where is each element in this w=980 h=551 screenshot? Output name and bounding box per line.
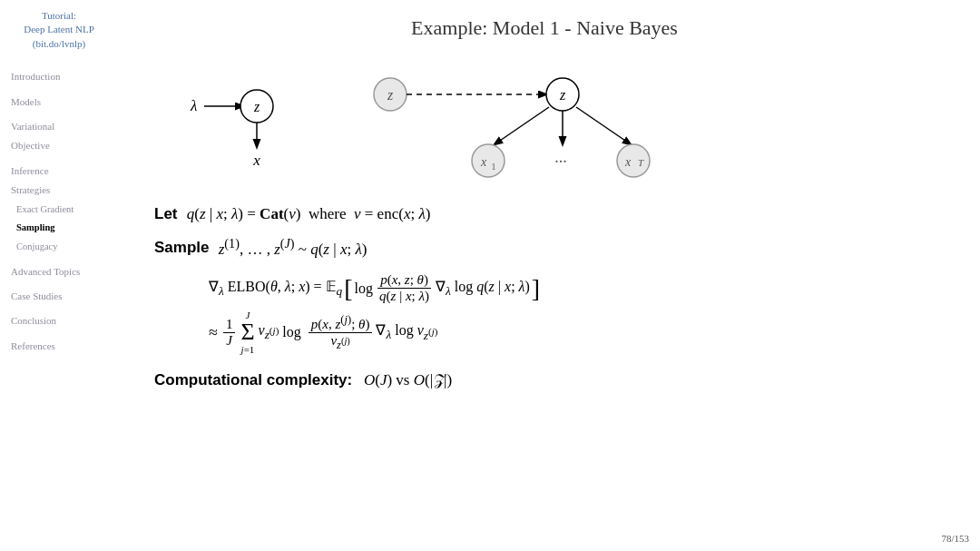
svg-text:z: z bbox=[253, 99, 260, 114]
svg-line-13 bbox=[576, 107, 631, 144]
main-content: Example: Model 1 - Naive Bayes λ z x bbox=[118, 0, 980, 551]
sidebar-item-introduction[interactable]: Introduction bbox=[7, 67, 111, 86]
elbo-eq1: ∇λ ELBO(θ, λ; x) = 𝔼q [ log p(x, z; θ) q… bbox=[209, 272, 953, 304]
page-number: 78/153 bbox=[941, 533, 969, 544]
svg-text:T: T bbox=[638, 157, 644, 168]
sidebar-item-inference[interactable]: Inference bbox=[7, 162, 111, 181]
sidebar-item-advanced-topics[interactable]: Advanced Topics bbox=[7, 262, 111, 281]
sidebar-item-exact-gradient[interactable]: Exact Gradient bbox=[7, 201, 111, 220]
sample-line: Sample z(1), … , z(J) ~ q(z | x; λ) bbox=[154, 233, 953, 261]
sidebar-item-sampling[interactable]: Sampling bbox=[7, 219, 111, 238]
math-section: Let q(z | x; λ) = Cat(ν) where ν = enc(x… bbox=[154, 202, 953, 261]
svg-line-11 bbox=[495, 107, 549, 144]
svg-text:z: z bbox=[387, 87, 394, 103]
sidebar-item-references[interactable]: References bbox=[7, 337, 111, 356]
complexity-math: O(J) vs O(|𝒵|) bbox=[356, 371, 452, 389]
sidebar-item-case-studies[interactable]: Case Studies bbox=[7, 287, 111, 306]
sidebar-item-variational[interactable]: Variational bbox=[7, 117, 111, 136]
sidebar-item-strategies[interactable]: Strategies bbox=[7, 181, 111, 200]
let-math: q(z | x; λ) = Cat(ν) where ν = enc(x; λ) bbox=[183, 202, 431, 226]
complexity-line: Computational complexity: O(J) vs O(|𝒵|) bbox=[154, 371, 953, 389]
svg-point-14 bbox=[472, 144, 505, 177]
sample-math: z(1), … , z(J) ~ q(z | x; λ) bbox=[214, 233, 367, 261]
fraction1: p(x, z; θ) q(z | x; λ) bbox=[377, 272, 432, 304]
slide-title: Example: Model 1 - Naive Bayes bbox=[136, 16, 953, 40]
svg-text:z: z bbox=[559, 87, 566, 103]
sum-symbol: J Σ j=1 bbox=[240, 310, 254, 355]
logo-line1: Tutorial: bbox=[42, 10, 76, 21]
elbo-approx: ≈ 1 J J Σ j=1 νz(j) log p(x, z(j); θ) νz… bbox=[209, 310, 953, 355]
svg-text:x: x bbox=[624, 155, 632, 169]
svg-text:···: ··· bbox=[554, 153, 567, 171]
svg-text:1: 1 bbox=[492, 162, 496, 172]
sidebar-item-models[interactable]: Models bbox=[7, 93, 111, 112]
svg-point-18 bbox=[617, 144, 650, 177]
sidebar-logo: Tutorial: Deep Latent NLP (bit.do/lvnlp) bbox=[7, 9, 111, 51]
diagram-area: λ z x bbox=[163, 58, 953, 185]
logo-line2: Deep Latent NLP bbox=[24, 24, 94, 34]
svg-text:x: x bbox=[480, 155, 487, 169]
left-diagram: λ z x bbox=[163, 58, 354, 176]
logo-line3: (bit.do/lvnlp) bbox=[33, 38, 85, 49]
right-diagram: z z x 1 ··· x T bbox=[354, 58, 681, 185]
sidebar: Tutorial: Deep Latent NLP (bit.do/lvnlp)… bbox=[0, 0, 118, 551]
complexity-keyword: Computational complexity: bbox=[154, 371, 352, 389]
fraction2: p(x, z(j); θ) νz(j) bbox=[309, 313, 373, 352]
sidebar-item-objective[interactable]: Objective bbox=[7, 136, 111, 155]
svg-text:λ: λ bbox=[190, 97, 197, 114]
svg-text:x: x bbox=[252, 152, 260, 169]
sidebar-item-conclusion[interactable]: Conclusion bbox=[7, 311, 111, 330]
sample-keyword: Sample bbox=[154, 235, 209, 260]
let-keyword: Let bbox=[154, 202, 178, 226]
sidebar-item-conjugacy[interactable]: Conjugacy bbox=[7, 238, 111, 257]
let-line: Let q(z | x; λ) = Cat(ν) where ν = enc(x… bbox=[154, 202, 953, 226]
elbo-block: ∇λ ELBO(θ, λ; x) = 𝔼q [ log p(x, z; θ) q… bbox=[191, 272, 953, 355]
one-over-J: 1 J bbox=[223, 317, 236, 349]
